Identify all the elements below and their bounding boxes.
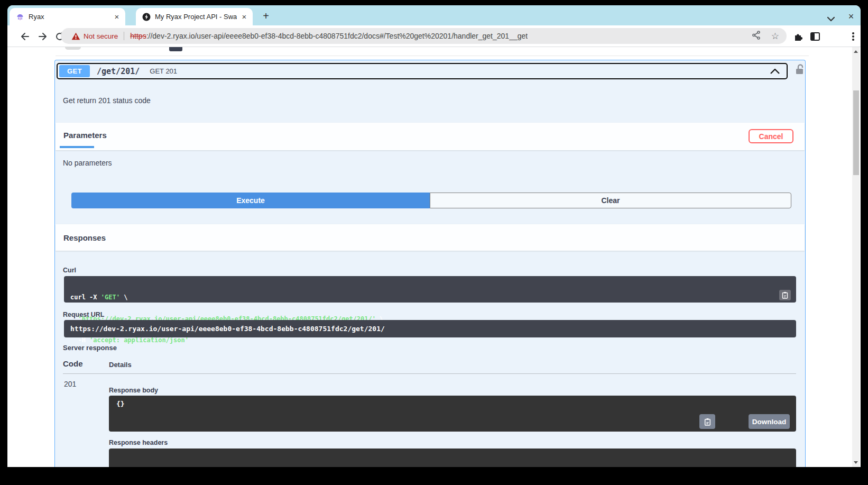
collapse-chevron-up-icon[interactable] — [770, 68, 780, 75]
menu-overflow-icon[interactable] — [847, 30, 860, 43]
tab-close-icon[interactable]: × — [113, 13, 121, 21]
opblock-summary[interactable]: GET /get/201/ GET 201 — [57, 63, 788, 79]
browser-toolbar: Not secure https://dev-2.ryax.io/user-ap… — [7, 25, 861, 47]
forward-icon[interactable] — [36, 30, 50, 43]
execute-button[interactable]: Execute — [71, 193, 430, 208]
url-rest: ://dev-2.ryax.io/user-api/eeee8eb0-ef38-… — [146, 32, 528, 40]
scroll-up-arrow-icon[interactable] — [854, 50, 858, 53]
clipped-heading-fragment — [169, 47, 182, 51]
extensions-puzzle-icon[interactable] — [792, 30, 805, 43]
scroll-down-arrow-icon[interactable] — [854, 461, 858, 464]
not-secure-label: Not secure — [84, 32, 118, 40]
cancel-button[interactable]: Cancel — [749, 129, 793, 143]
details-column-header: Details — [109, 361, 132, 369]
responses-header: Responses — [56, 224, 805, 251]
window-chevron-down-icon[interactable] — [827, 14, 835, 24]
curl-command: curl -X 'GET' \ 'https://dev-2.ryax.io/u… — [64, 276, 796, 303]
window-close-icon[interactable]: × — [846, 11, 856, 22]
parameters-title[interactable]: Parameters — [63, 131, 107, 140]
tab-title: My Ryax Project API - Swag — [155, 13, 237, 21]
address-divider — [124, 32, 124, 40]
curl-line: -H 'accept: application/json' — [70, 337, 790, 344]
curl-line: curl -X 'GET' \ — [70, 294, 790, 301]
no-parameters-text: No parameters — [63, 159, 112, 167]
screenshot-root: Ryax × My Ryax Project API - Swag × + × — [0, 0, 868, 485]
server-response-label: Server response — [63, 344, 117, 352]
copy-to-clipboard-icon[interactable] — [699, 414, 715, 429]
scrollbar-thumb[interactable] — [853, 90, 859, 175]
page-scrollbar[interactable] — [852, 47, 860, 467]
endpoint-path: /get/201/ — [97, 67, 140, 76]
page-content: GET /get/201/ GET 201 Get return 201 sta… — [7, 47, 861, 467]
endpoint-description: Get return 201 status code — [63, 96, 151, 105]
response-headers-label: Response headers — [109, 439, 168, 446]
tab-ryax[interactable]: Ryax × — [10, 8, 125, 25]
download-button[interactable]: Download — [749, 414, 790, 429]
active-tab-underline — [60, 146, 94, 148]
clipped-element-fragment — [65, 47, 81, 50]
back-icon[interactable] — [18, 30, 32, 43]
tab-close-icon[interactable]: × — [240, 13, 248, 21]
response-table-divider — [63, 373, 796, 374]
response-status-code: 201 — [64, 380, 76, 388]
share-icon[interactable] — [752, 31, 761, 42]
warning-triangle-icon — [71, 32, 80, 40]
copy-to-clipboard-icon[interactable] — [779, 290, 791, 300]
request-url-value: https://dev-2.ryax.io/user-api/eeee8eb0-… — [64, 320, 796, 337]
endpoint-summary: GET 201 — [150, 67, 177, 75]
request-url-label: Request URL — [63, 311, 104, 318]
code-column-header: Code — [63, 359, 83, 368]
tab-swagger[interactable]: My Ryax Project API - Swag × — [136, 8, 253, 25]
method-badge: GET — [59, 65, 90, 77]
parameters-header: Parameters Cancel — [56, 123, 805, 150]
response-body-label: Response body — [109, 387, 158, 394]
response-body-block: {} Download — [109, 396, 796, 432]
tab-strip: Ryax × My Ryax Project API - Swag × + × — [7, 5, 861, 25]
opblock-get: GET /get/201/ GET 201 Get return 201 sta… — [54, 60, 806, 467]
profile-avatar[interactable] — [825, 29, 839, 43]
swagger-favicon-icon — [142, 13, 151, 21]
address-bar[interactable]: Not secure https://dev-2.ryax.io/user-ap… — [61, 28, 787, 44]
tab-title: Ryax — [29, 13, 109, 21]
ryax-favicon-icon — [16, 13, 24, 21]
section-divider — [56, 56, 809, 56]
new-tab-button[interactable]: + — [259, 9, 273, 23]
clear-button[interactable]: Clear — [430, 193, 791, 208]
browser-window: Ryax × My Ryax Project API - Swag × + × — [7, 5, 861, 467]
url-text: https://dev-2.ryax.io/user-api/eeee8eb0-… — [130, 32, 528, 40]
bookmark-star-icon[interactable]: ☆ — [771, 32, 779, 41]
responses-title: Responses — [63, 233, 106, 242]
response-headers-block: content-length: 2 content-type: applicat… — [109, 449, 796, 467]
curl-label: Curl — [63, 267, 76, 274]
unlocked-padlock-icon[interactable] — [795, 63, 805, 77]
url-scheme: https — [130, 32, 146, 40]
side-panel-icon[interactable] — [809, 30, 821, 43]
response-body-value: {} — [116, 400, 125, 408]
